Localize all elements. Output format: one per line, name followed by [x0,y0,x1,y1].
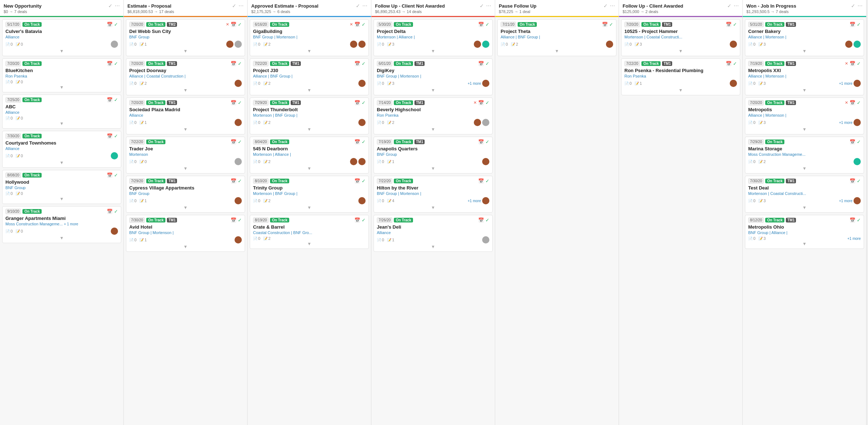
card[interactable]: 8/04/20On Track📅✓545 N DearbornMortenson… [250,137,369,174]
calendar-icon[interactable]: 📅 [354,61,360,66]
calendar-icon[interactable]: 📅 [231,139,236,145]
more-icon[interactable]: ⋯ [734,3,739,9]
card-company[interactable]: Alliance | BNF Group | [253,74,366,78]
card-company[interactable]: Moss Construction Manageme... + 1 more [5,222,118,226]
calendar-icon[interactable]: 📅 [602,22,608,27]
card[interactable]: 8/08/20On Track📅✓HollywoodBNF Group📄 0📝 … [2,170,121,204]
card-company[interactable]: Alliance [129,113,242,117]
calendar-icon[interactable]: 📅 [231,22,236,27]
card[interactable]: 5/31/20On TrackTM1📅✓Corner BakeryAllianc… [745,19,864,56]
collapse-arrow[interactable]: ▼ [431,205,435,210]
check-icon[interactable]: ✓ [362,61,366,66]
card-company[interactable]: Ron Psenka [624,74,737,78]
collapse-arrow[interactable]: ▼ [431,166,435,171]
check-icon[interactable]: ✓ [238,217,242,223]
calendar-icon[interactable]: 📅 [107,22,113,27]
card[interactable]: 7/29/20On Track📅✓Marina StorageMoss Cons… [745,137,864,174]
collapse-arrow[interactable]: ▼ [184,49,188,54]
check-icon[interactable]: ✓ [485,61,489,66]
collapse-arrow[interactable]: ▼ [679,49,683,54]
check-icon[interactable]: ✓ [114,61,118,66]
card-company[interactable]: Alliance | Coastal Construction | [129,74,242,78]
collapse-arrow[interactable]: ▼ [184,166,188,171]
check-icon[interactable]: ✓ [238,61,242,66]
check-icon[interactable]: ✓ [851,3,855,9]
collapse-arrow[interactable]: ▼ [184,244,188,249]
card[interactable]: 7/21/20On Track📅✓Project ThetaAlliance |… [497,19,616,56]
card-company[interactable]: BNF Group | Mortenson | [129,230,242,235]
card-company[interactable]: Alliance | BNF Group | [501,35,613,39]
check-icon[interactable]: ✓ [362,22,366,27]
collapse-arrow[interactable]: ▼ [802,127,807,132]
card[interactable]: 9/10/20On Track📅✓Granger Apartments Miam… [2,206,121,243]
collapse-arrow[interactable]: ▼ [307,205,312,210]
calendar-icon[interactable]: 📅 [850,139,855,145]
collapse-arrow[interactable]: ▼ [307,88,312,93]
more-link[interactable]: +1 more [839,199,852,203]
card[interactable]: 7/20/20On TrackTM1📅✓Project DoorwayAllia… [126,58,245,95]
collapse-arrow[interactable]: ▼ [802,88,807,93]
collapse-arrow[interactable]: ▼ [60,236,64,241]
calendar-icon[interactable]: 📅 [478,22,484,27]
card[interactable]: 7/20/20On TrackTM1📅✓10525 - Project Hamm… [621,19,740,56]
calendar-icon[interactable]: 📅 [107,133,113,139]
check-icon[interactable]: ✓ [485,139,489,145]
check-icon[interactable]: ✓ [238,100,242,105]
more-link[interactable]: +1 more [847,237,861,241]
collapse-arrow[interactable]: ▼ [431,88,435,93]
card[interactable]: 7/22/20On Track📅✓Trader JoeMortenson📄 0📝… [126,137,245,174]
card-company[interactable]: Alliance [5,35,118,39]
check-icon[interactable]: ✓ [857,61,861,66]
collapse-arrow[interactable]: ▼ [60,196,64,201]
card-company[interactable]: Mortenson | Coastal Constructi... [624,35,737,39]
card[interactable]: 7/20/20On TrackTM2✕📅✓Del Webb Sun CityBN… [126,19,245,56]
calendar-icon[interactable]: 📅 [354,139,360,145]
close-icon[interactable]: ✕ [845,100,848,105]
calendar-icon[interactable]: 📅 [107,172,113,178]
check-icon[interactable]: ✓ [362,217,366,223]
check-icon[interactable]: ✓ [485,178,489,184]
card[interactable]: 7/29/20On TrackTM1📅✓Project ThunderboltM… [250,97,369,134]
card-company[interactable]: Alliance | Mortenson | [748,74,861,78]
check-icon[interactable]: ✓ [485,217,489,223]
check-icon[interactable]: ✓ [238,178,242,184]
close-icon[interactable]: ✕ [350,22,353,27]
card[interactable]: 7/30/20On Track📅✓Courtyard TownhomesAlli… [2,131,121,168]
card[interactable]: 5/30/20On Track📅✓Project DeltaMortenson … [374,19,493,56]
check-icon[interactable]: ✓ [480,3,484,9]
calendar-icon[interactable]: 📅 [478,217,484,223]
calendar-icon[interactable]: 📅 [850,100,855,105]
calendar-icon[interactable]: 📅 [478,61,484,66]
card-company[interactable]: Ron Psenka [5,74,118,78]
check-icon[interactable]: ✓ [232,3,236,9]
collapse-arrow[interactable]: ▼ [431,244,435,249]
calendar-icon[interactable]: 📅 [107,97,113,103]
card[interactable]: 8/10/20On Track📅✓Trinity GroupMortenson … [250,176,369,213]
collapse-arrow[interactable]: ▼ [60,121,64,126]
card-company[interactable]: BNF Group | Mortenson | [377,191,489,196]
card[interactable]: 7/19/20On TrackTM1📅✓Anapolis QuartersBNF… [374,137,493,174]
check-icon[interactable]: ✓ [238,139,242,145]
collapse-arrow[interactable]: ▼ [307,166,312,171]
calendar-icon[interactable]: 📅 [850,217,855,223]
close-icon[interactable]: ✕ [473,100,477,105]
calendar-icon[interactable]: 📅 [850,178,855,184]
card-company[interactable]: Mortenson [129,152,242,157]
collapse-arrow[interactable]: ▼ [431,127,435,132]
card-company[interactable]: BNF Group | Alliance | [748,230,861,235]
check-icon[interactable]: ✓ [857,100,861,105]
card-company[interactable]: BNF Group [129,191,242,196]
check-icon[interactable]: ✓ [857,22,861,27]
check-icon[interactable]: ✓ [238,22,242,27]
check-icon[interactable]: ✓ [362,178,366,184]
card-company[interactable]: Mortenson | BNF Group | [253,191,366,196]
card[interactable]: 7/25/20On Track📅✓ABCAlliance📄 0📝 0▼ [2,95,121,129]
check-icon[interactable]: ✓ [108,3,113,9]
collapse-arrow[interactable]: ▼ [184,88,188,93]
more-link[interactable]: +1 more [839,82,852,86]
card[interactable]: 7/29/20On TrackTM1📅✓Cypress Village Appa… [126,176,245,213]
card-company[interactable]: BNF Group | Mortenson | [253,35,366,39]
calendar-icon[interactable]: 📅 [231,178,236,184]
more-icon[interactable]: ⋯ [362,3,367,9]
check-icon[interactable]: ✓ [857,139,861,145]
